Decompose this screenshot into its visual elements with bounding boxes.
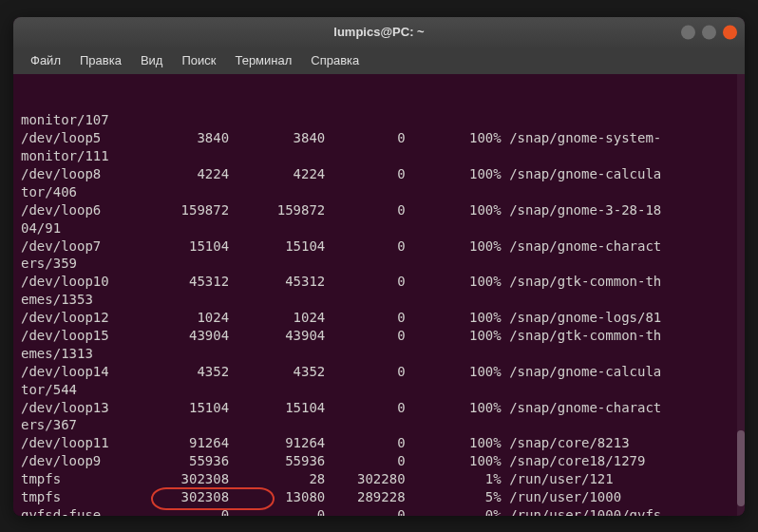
output-row: /dev/loop14 4352 4352 0 100% /snap/gnome… xyxy=(21,363,737,381)
output-row: /dev/loop11 91264 91264 0 100% /snap/cor… xyxy=(21,434,737,452)
menubar: Файл Правка Вид Поиск Терминал Справка xyxy=(13,48,745,74)
window-title: lumpics@PC: ~ xyxy=(333,25,424,39)
output-rows: monitor/107/dev/loop5 3840 3840 0 100% /… xyxy=(21,111,737,515)
output-row: /dev/loop9 55936 55936 0 100% /snap/core… xyxy=(21,452,737,470)
output-row: 04/91 xyxy=(21,219,737,238)
output-row: /dev/loop12 1024 1024 0 100% /snap/gnome… xyxy=(21,309,737,327)
close-icon[interactable] xyxy=(723,25,737,39)
output-row: tor/406 xyxy=(21,183,737,201)
output-row: monitor/107 xyxy=(21,111,737,129)
scrollbar-thumb[interactable] xyxy=(737,430,745,506)
output-row: ers/359 xyxy=(21,255,737,273)
output-row: monitor/111 xyxy=(21,147,737,165)
titlebar[interactable]: lumpics@PC: ~ xyxy=(13,17,745,48)
output-row: /dev/loop8 4224 4224 0 100% /snap/gnome-… xyxy=(21,165,737,183)
output-row: /dev/loop15 43904 43904 0 100% /snap/gtk… xyxy=(21,327,737,345)
terminal-viewport[interactable]: monitor/107/dev/loop5 3840 3840 0 100% /… xyxy=(13,74,745,516)
output-row: /dev/loop10 45312 45312 0 100% /snap/gtk… xyxy=(21,273,737,291)
output-row: tmpfs 302308 28 302280 1% /run/user/121 xyxy=(21,470,737,488)
output-row: gvfsd-fuse 0 0 0 0% /run/user/1000/gvfs xyxy=(21,506,737,516)
output-row: tmpfs 302308 13080 289228 5% /run/user/1… xyxy=(21,488,737,506)
terminal-window: lumpics@PC: ~ Файл Правка Вид Поиск Терм… xyxy=(13,17,745,516)
menu-view[interactable]: Вид xyxy=(131,49,173,71)
minimize-icon[interactable] xyxy=(681,25,695,39)
scrollbar[interactable] xyxy=(737,74,745,516)
output-row: /dev/loop7 15104 15104 0 100% /snap/gnom… xyxy=(21,238,737,256)
output-row: emes/1313 xyxy=(21,345,737,363)
menu-help[interactable]: Справка xyxy=(301,49,369,71)
maximize-icon[interactable] xyxy=(702,25,716,39)
output-row: emes/1353 xyxy=(21,291,737,309)
output-row: ers/367 xyxy=(21,416,737,434)
output-row: /dev/loop5 3840 3840 0 100% /snap/gnome-… xyxy=(21,129,737,147)
output-row: /dev/loop6 159872 159872 0 100% /snap/gn… xyxy=(21,201,737,219)
output-row: tor/544 xyxy=(21,381,737,399)
menu-terminal[interactable]: Терминал xyxy=(225,49,301,71)
menu-search[interactable]: Поиск xyxy=(172,49,225,71)
menu-file[interactable]: Файл xyxy=(21,49,70,71)
output-row: /dev/loop13 15104 15104 0 100% /snap/gno… xyxy=(21,399,737,417)
window-controls xyxy=(681,25,737,39)
menu-edit[interactable]: Правка xyxy=(70,49,131,71)
